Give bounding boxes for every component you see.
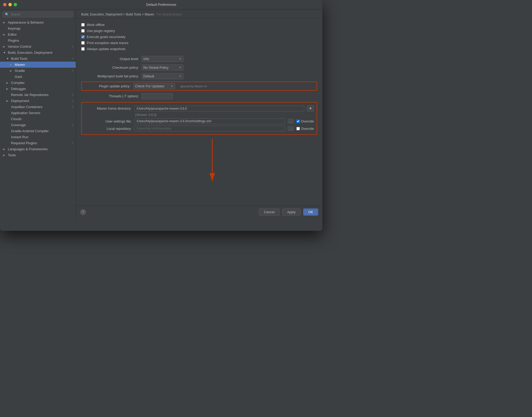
maven-home-dropdown-arrow[interactable]: ▼ bbox=[307, 105, 314, 111]
sidebar-item-clouds[interactable]: Clouds bbox=[0, 116, 76, 122]
user-settings-override-checkbox[interactable] bbox=[296, 120, 300, 123]
sidebar-item-app-servers[interactable]: Application Servers bbox=[0, 110, 76, 116]
local-repo-row: Local repository: ... Override bbox=[84, 125, 314, 132]
checkbox-row-print-exception: Print exception stack traces bbox=[81, 40, 317, 46]
sidebar-item-label: Appearance & Behavior bbox=[8, 20, 44, 24]
sidebar-item-required-plugins[interactable]: Required Plugins⎘ bbox=[0, 140, 76, 146]
close-button[interactable] bbox=[3, 3, 7, 6]
dropdown-arrow-plugin-update: ▼ bbox=[171, 85, 173, 88]
arrow-icon: ▶ bbox=[10, 63, 14, 66]
sidebar-item-build-tools[interactable]: ▼Build Tools⎘ bbox=[0, 56, 76, 62]
form-row-checksum-policy: Checksum policy: No Global Policy ▼ bbox=[81, 63, 317, 72]
ok-button[interactable]: OK bbox=[303, 208, 318, 216]
help-button[interactable]: ? bbox=[80, 209, 86, 215]
checkbox-row-use-plugin-registry: Use plugin registry bbox=[81, 28, 317, 34]
sidebar-item-label: Remote Jar Repositories bbox=[11, 93, 48, 97]
maven-home-row: Maven home directory: ▼ bbox=[84, 105, 314, 112]
label-checksum-policy: Checksum policy: bbox=[81, 66, 139, 70]
apply-button[interactable]: Apply bbox=[282, 208, 301, 216]
sidebar-item-coverage[interactable]: Coverage⎘ bbox=[0, 122, 76, 128]
local-repo-input[interactable] bbox=[134, 126, 285, 131]
dropdown-plugin-update[interactable]: Check For Updates ▼ bbox=[133, 83, 175, 89]
sidebar-item-tools[interactable]: ▶Tools bbox=[0, 152, 76, 158]
title-bar: Default Preferences bbox=[0, 0, 322, 9]
sidebar-item-arquillian[interactable]: Arquillian Containers⎘ bbox=[0, 104, 76, 110]
sidebar-item-build-exec-deploy[interactable]: ▼Build, Execution, Deployment bbox=[0, 50, 76, 56]
sidebar-item-gant[interactable]: Gant bbox=[0, 74, 76, 80]
checkbox-label-print-exception: Print exception stack traces bbox=[87, 41, 128, 45]
bottom-right: Cancel Apply OK bbox=[259, 208, 318, 216]
local-repo-label: Local repository: bbox=[84, 127, 132, 131]
form-row-plugin-update: Plugin update policy: Check For Updates … bbox=[81, 82, 317, 91]
sidebar-item-label: Version Control bbox=[8, 45, 31, 49]
sidebar-item-gradle-android[interactable]: Gradle-Android Compiler bbox=[0, 128, 76, 134]
arrow-icon: ▶ bbox=[3, 21, 7, 24]
checkbox-work-offline[interactable] bbox=[81, 23, 85, 26]
local-repo-override-checkbox[interactable] bbox=[296, 127, 300, 130]
maven-home-input[interactable] bbox=[134, 106, 304, 111]
sidebar-item-remote-jar[interactable]: Remote Jar Repositories⎘ bbox=[0, 92, 76, 98]
search-input[interactable] bbox=[10, 13, 71, 16]
arrow-icon: ▶ bbox=[3, 45, 7, 48]
window-title: Default Preferences bbox=[146, 3, 176, 7]
arrow-icon: ▶ bbox=[10, 69, 14, 72]
copy-icon: ⎘ bbox=[72, 142, 74, 145]
sidebar-item-label: Plugins bbox=[8, 39, 19, 42]
dropdown-multiproject-fail[interactable]: Default ▼ bbox=[142, 73, 183, 79]
sidebar-item-gradle[interactable]: ▶Gradle⎘ bbox=[0, 68, 76, 74]
copy-icon: ⎘ bbox=[72, 105, 74, 108]
local-repo-override-label: Override bbox=[301, 127, 314, 131]
sidebar-item-label: Gradle bbox=[15, 69, 25, 73]
checkbox-execute-goals[interactable] bbox=[81, 35, 85, 39]
sidebar-item-label: Required Plugins bbox=[11, 141, 37, 145]
red-arrow-annotation bbox=[186, 136, 265, 189]
sidebar-item-editor[interactable]: ▶Editor bbox=[0, 31, 76, 38]
form-rows-container: Output level: Info ▼ Checksum policy: No… bbox=[81, 55, 317, 100]
arrow-icon: ▶ bbox=[3, 148, 7, 151]
sidebar-item-deployment[interactable]: ▶Deployment⎘ bbox=[0, 98, 76, 104]
arrow-icon: ▶ bbox=[6, 81, 10, 84]
dropdown-arrow-multiproject-fail: ▼ bbox=[179, 75, 182, 78]
sidebar-item-label: Application Servers bbox=[11, 111, 40, 115]
copy-icon: ⎘ bbox=[72, 57, 74, 60]
sidebar-item-label: Tools bbox=[8, 153, 16, 157]
search-box[interactable]: 🔍 bbox=[3, 12, 73, 17]
checkbox-label-always-update: Always update snapshots bbox=[87, 47, 125, 51]
content-body: Work offline Use plugin registry Execute… bbox=[76, 19, 322, 192]
dropdown-checksum-policy[interactable]: No Global Policy ▼ bbox=[142, 65, 183, 71]
cancel-button[interactable]: Cancel bbox=[259, 208, 279, 216]
sidebar-item-languages[interactable]: ▶Languages & Frameworks bbox=[0, 146, 76, 152]
sidebar-item-label: Build, Execution, Deployment bbox=[8, 51, 52, 55]
checkbox-row-always-update: Always update snapshots bbox=[81, 46, 317, 52]
sidebar-item-version-control[interactable]: ▶Version Control⎘ bbox=[0, 44, 76, 50]
minimize-button[interactable] bbox=[8, 3, 12, 6]
label-threads: Threads (-T option): bbox=[81, 94, 139, 98]
checkbox-use-plugin-registry[interactable] bbox=[81, 29, 85, 33]
sidebar-item-compiler[interactable]: ▶Compiler bbox=[0, 80, 76, 86]
arrow-icon: ▶ bbox=[6, 87, 10, 90]
sidebar: 🔍 ▶Appearance & BehaviorKeymap▶EditorPlu… bbox=[0, 9, 76, 218]
user-settings-browse-button[interactable]: ... bbox=[288, 119, 294, 124]
user-settings-input[interactable] bbox=[134, 118, 285, 124]
dropdown-output-level[interactable]: Info ▼ bbox=[142, 56, 183, 62]
checkbox-print-exception[interactable] bbox=[81, 41, 85, 45]
form-row-output-level: Output level: Info ▼ bbox=[81, 55, 317, 63]
copy-icon: ⎘ bbox=[72, 93, 74, 96]
copy-icon: ⎘ bbox=[72, 69, 74, 72]
sidebar-item-instant-run[interactable]: Instant Run bbox=[0, 134, 76, 140]
sidebar-item-keymap[interactable]: Keymap bbox=[0, 25, 76, 31]
sidebar-item-label: Editor bbox=[8, 33, 17, 36]
label-multiproject-fail: Multiproject build fail policy: bbox=[81, 74, 139, 78]
sidebar-item-plugins[interactable]: Plugins bbox=[0, 38, 76, 44]
window-controls[interactable] bbox=[3, 3, 17, 6]
form-row-multiproject-fail: Multiproject build fail policy: Default … bbox=[81, 72, 317, 81]
input-threads[interactable] bbox=[142, 93, 173, 99]
maximize-button[interactable] bbox=[14, 3, 17, 6]
local-repo-browse-button[interactable]: ... bbox=[288, 126, 294, 131]
sidebar-item-label: Clouds bbox=[11, 117, 21, 121]
arrow-icon: ▶ bbox=[3, 154, 7, 157]
checkbox-always-update[interactable] bbox=[81, 47, 85, 51]
sidebar-item-debugger[interactable]: ▶Debugger bbox=[0, 86, 76, 92]
sidebar-item-maven[interactable]: ▶Maven⎘ bbox=[0, 62, 76, 68]
sidebar-item-appearance[interactable]: ▶Appearance & Behavior bbox=[0, 19, 76, 25]
